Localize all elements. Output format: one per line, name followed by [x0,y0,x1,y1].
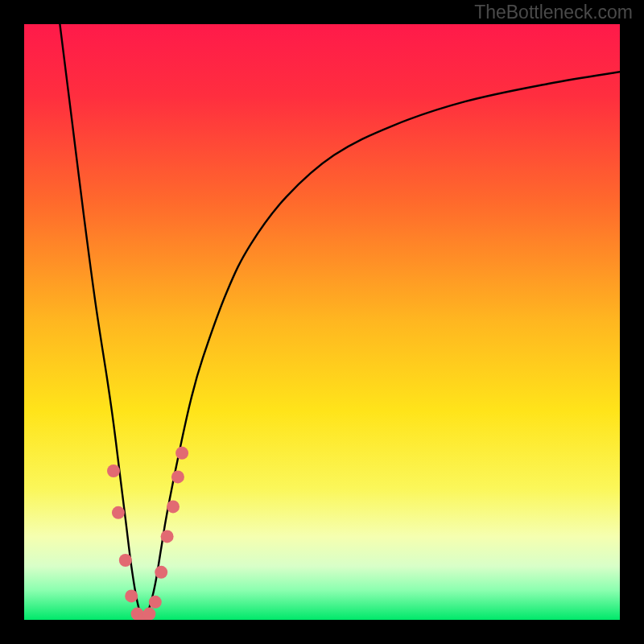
marker-dot [119,554,132,567]
marker-dot [155,566,167,579]
marker-dot [171,470,184,483]
marker-dot [142,608,155,620]
marker-dot [112,506,125,519]
marker-dot [107,464,120,477]
watermark-text: TheBottleneck.com [474,2,633,23]
data-markers [107,447,188,620]
marker-dot [149,596,162,609]
outer-frame: TheBottleneck.com [0,0,644,644]
marker-dot [125,589,138,602]
bottleneck-curve [60,24,620,620]
plot-area [24,24,620,620]
marker-dot [161,530,174,543]
marker-dot [167,500,180,513]
marker-dot [175,447,188,460]
chart-curve-layer [24,24,620,620]
